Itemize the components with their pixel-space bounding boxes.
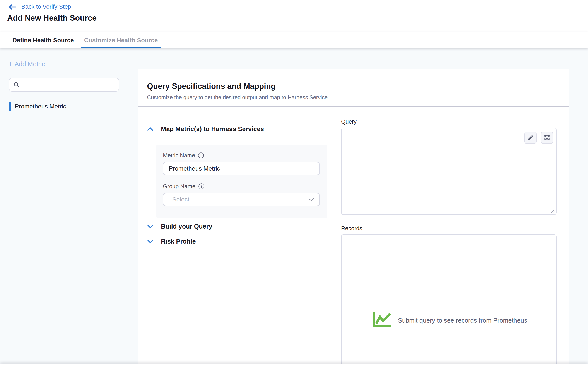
page-title: Add New Health Source [7,13,97,23]
content-area: + Add Metric Prometheus Metric Query Spe… [0,48,588,369]
section-build-your-query[interactable]: Build your Query [147,223,212,230]
tab-bar: Define Health Source Customize Health So… [0,32,588,48]
metric-mapping-card: Metric Name Group Name [156,145,327,218]
info-icon[interactable] [198,152,204,159]
search-input[interactable] [22,81,115,89]
back-link-label: Back to Verify Step [21,3,71,10]
panel-subtitle: Customize the query to get the desired o… [147,94,560,101]
tab-customize-label: Customize Health Source [84,37,158,44]
chevron-up-icon [147,127,154,131]
app-screen: Back to Verify Step Add New Health Sourc… [0,0,588,369]
section-label: Map Metric(s) to Harness Services [161,125,264,133]
info-icon[interactable] [198,183,205,189]
metric-item-label: Prometheus Metric [15,103,66,110]
tab-define-label: Define Health Source [12,37,74,44]
metric-search [9,78,119,92]
metric-name-label: Metric Name [163,152,195,159]
resize-grip[interactable] [550,208,555,213]
section-risk-profile[interactable]: Risk Profile [147,238,196,245]
add-metric-label: Add Metric [15,60,45,68]
section-map-metrics[interactable]: Map Metric(s) to Harness Services [147,125,264,133]
back-link[interactable]: Back to Verify Step [8,3,71,10]
section-label: Build your Query [161,223,212,230]
add-metric-button[interactable]: + Add Metric [8,60,45,68]
records-panel: Submit query to see records from Prometh… [341,234,556,369]
tab-define-health-source[interactable]: Define Health Source [9,32,77,48]
metric-list-item-prometheus[interactable]: Prometheus Metric [9,102,66,111]
expand-arrows-icon [544,134,550,141]
panel-title: Query Specifications and Mapping [147,82,560,91]
footer-bar [0,364,588,369]
panel-header: Query Specifications and Mapping Customi… [138,69,569,107]
query-actions [524,131,553,144]
panel-body: Map Metric(s) to Harness Services Metric… [138,107,569,369]
query-editor [341,128,556,215]
metric-name-label-row: Metric Name [163,152,320,159]
chevron-down-icon [147,224,154,229]
group-name-label-row: Group Name [163,183,320,190]
search-icon [13,81,20,88]
records-label: Records [341,225,362,232]
records-empty-state: Submit query to see records from Prometh… [342,311,556,329]
query-specifications-panel: Query Specifications and Mapping Customi… [138,69,569,369]
sidebar-divider [9,99,124,99]
records-empty-message: Submit query to see records from Prometh… [398,317,527,324]
query-textarea[interactable] [342,128,556,214]
fullscreen-query-button[interactable] [541,131,553,144]
arrow-left-icon [8,4,17,10]
edit-query-button[interactable] [524,131,536,144]
metric-name-input[interactable] [163,162,320,175]
group-name-label: Group Name [163,183,195,190]
group-name-select[interactable]: - Select - [163,193,320,206]
selected-indicator-bar [9,102,11,111]
line-chart-icon [370,311,392,329]
metrics-sidebar: + Add Metric Prometheus Metric [0,48,138,369]
tab-customize-health-source[interactable]: Customize Health Source [81,32,161,48]
page-header: Back to Verify Step Add New Health Sourc… [0,0,588,48]
query-label: Query [341,118,357,125]
pencil-icon [527,134,534,141]
plus-icon: + [8,60,13,68]
chevron-down-icon [308,198,314,201]
chevron-down-icon [147,239,154,244]
section-label: Risk Profile [161,238,196,245]
select-placeholder: - Select - [168,196,193,203]
